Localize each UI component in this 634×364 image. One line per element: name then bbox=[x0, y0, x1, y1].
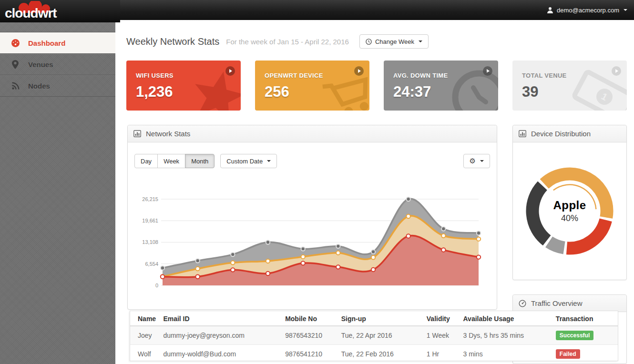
app-window: cloudwrt demo@acmecorp.com bbox=[0, 0, 634, 364]
play-circle-icon[interactable] bbox=[354, 66, 364, 76]
table-cell: 3 Dys, 5 hrs 35 mins bbox=[460, 326, 552, 345]
chevron-down-icon bbox=[480, 160, 484, 162]
stat-card-total-venue: TOTAL VENUE 39 1 bbox=[512, 61, 627, 111]
table-column-header: Name bbox=[130, 311, 159, 326]
traffic-overview-header: Traffic Overview bbox=[513, 295, 626, 312]
donut-chart-wrap: Apple 40% bbox=[513, 142, 626, 280]
table-cell: 9876541210 bbox=[281, 345, 337, 362]
chart-settings-button[interactable]: ⚙ bbox=[463, 154, 490, 168]
table-column-header: Available Usage bbox=[460, 311, 552, 326]
sidebar-item-nodes[interactable]: Nodes bbox=[0, 75, 115, 97]
logo-area: cloudwrt bbox=[0, 0, 120, 22]
table-cell: 1 Week bbox=[423, 326, 460, 345]
user-email: demo@acmecorp.com bbox=[557, 7, 619, 14]
panel-title: Device Distribution bbox=[531, 130, 591, 138]
gear-icon: ⚙ bbox=[470, 158, 476, 165]
sidebar-item-label: Venues bbox=[28, 61, 53, 69]
sidebar-item-label: Dashboard bbox=[28, 39, 65, 47]
range-week-button[interactable]: Week bbox=[157, 154, 185, 168]
svg-text:26,215: 26,215 bbox=[142, 196, 158, 202]
stat-card-label: TOTAL VENUE bbox=[522, 72, 627, 79]
change-week-label: Change Week bbox=[375, 38, 414, 45]
range-toolbar: Day Week Month Custom Date ⚙ bbox=[134, 154, 490, 168]
table-cell: 1 Hr bbox=[423, 345, 460, 362]
table-column-header: Transaction bbox=[552, 311, 618, 326]
table-cell: 9876543210 bbox=[281, 326, 337, 345]
range-day-button[interactable]: Day bbox=[134, 154, 158, 168]
bar-chart-icon bbox=[519, 130, 526, 137]
user-menu[interactable]: demo@acmecorp.com bbox=[547, 0, 627, 20]
stat-card-label: AVG. DOWN TIME bbox=[393, 72, 498, 79]
table-cell: dummy-joey@greyson.com bbox=[159, 326, 281, 345]
table-column-header: Validity bbox=[423, 311, 460, 326]
table-cell: Successful bbox=[552, 326, 618, 345]
svg-text:13,108: 13,108 bbox=[142, 239, 158, 245]
table-cell: Tue, 22 Feb 2016 bbox=[337, 345, 423, 362]
range-button-group: Day Week Month bbox=[134, 154, 215, 168]
table-row[interactable]: Joeydummy-joey@greyson.com9876543210Tue,… bbox=[130, 326, 618, 345]
table-row[interactable]: Wolfdummy-woldf@Bud.com9876541210Tue, 22… bbox=[130, 345, 618, 362]
traffic-table-panel: NameEmail IDMobile NoSign-upValidityAvai… bbox=[130, 311, 618, 361]
panel-title: Network Stats bbox=[146, 130, 190, 138]
custom-date-button[interactable]: Custom Date bbox=[220, 154, 277, 168]
table-column-header: Mobile No bbox=[281, 311, 337, 326]
range-month-button[interactable]: Month bbox=[185, 154, 215, 168]
table-cell: Failed bbox=[552, 345, 618, 362]
custom-date-label: Custom Date bbox=[226, 158, 263, 165]
change-week-button[interactable]: Change Week bbox=[359, 34, 429, 49]
user-icon bbox=[547, 7, 553, 13]
app-logo[interactable]: cloudwrt bbox=[5, 6, 57, 21]
status-badge: Successful bbox=[556, 331, 593, 340]
svg-text:6,554: 6,554 bbox=[145, 261, 158, 267]
sidebar-item-venues[interactable]: Venues bbox=[0, 54, 115, 75]
nodes-icon bbox=[10, 81, 20, 91]
table-cell: dummy-woldf@Bud.com bbox=[159, 345, 281, 362]
table-column-header: Sign-up bbox=[337, 311, 423, 326]
chevron-down-icon bbox=[419, 40, 422, 42]
play-circle-icon[interactable] bbox=[612, 66, 621, 76]
page-title: Weekly Network Stats bbox=[126, 36, 219, 47]
stat-card-wifi-users: WIFI USERS 1,236 bbox=[126, 61, 241, 111]
network-stats-area-chart: 06,55413,10819,66126,215 bbox=[128, 186, 497, 303]
stat-card-openwrt-device: OPENWRT DEVICE 256 bbox=[255, 61, 369, 111]
clock-small-icon bbox=[366, 39, 372, 45]
sidebar-item-label: Nodes bbox=[28, 82, 50, 90]
sidebar-item-dashboard[interactable]: Dashboard bbox=[0, 32, 115, 54]
device-distribution-header: Device Distribution bbox=[513, 125, 626, 142]
table-cell: Joey bbox=[130, 326, 159, 345]
table-cell: Tue, 22 Apr 2016 bbox=[337, 326, 423, 345]
traffic-table: NameEmail IDMobile NoSign-upValidityAvai… bbox=[130, 311, 618, 361]
play-circle-icon[interactable] bbox=[225, 66, 235, 76]
donut-center-text: Apple 40% bbox=[553, 199, 586, 223]
page-subtitle: For the week of Jan 15 - April 22, 2016 bbox=[226, 38, 349, 46]
table-cell: Wolf bbox=[130, 345, 159, 362]
stat-card-value: 39 bbox=[522, 83, 627, 101]
device-distribution-panel: Device Distribution Apple 40% bbox=[512, 125, 627, 280]
map-pin-icon bbox=[10, 60, 20, 70]
top-header: cloudwrt demo@acmecorp.com bbox=[0, 0, 634, 20]
table-column-header: Email ID bbox=[159, 311, 281, 326]
stat-cards-row: WIFI USERS 1,236 OPENWRT DEVICE 256 AVG.… bbox=[126, 61, 627, 111]
table-cell: 3 mins bbox=[460, 345, 552, 362]
play-circle-icon[interactable] bbox=[483, 66, 492, 76]
panel-title: Traffic Overview bbox=[531, 299, 583, 307]
stat-card-label: WIFI USERS bbox=[136, 72, 241, 79]
chevron-down-icon bbox=[267, 160, 271, 162]
network-stats-header: Network Stats bbox=[128, 125, 497, 142]
donut-segment-name: Apple bbox=[553, 199, 586, 212]
gauge-needle-icon bbox=[519, 300, 526, 307]
status-badge: Failed bbox=[556, 349, 580, 359]
page-title-row: Weekly Network Stats For the week of Jan… bbox=[126, 33, 429, 50]
table-header-row: NameEmail IDMobile NoSign-upValidityAvai… bbox=[130, 311, 618, 326]
chevron-down-icon bbox=[624, 9, 627, 11]
svg-text:0: 0 bbox=[155, 283, 158, 288]
svg-text:19,661: 19,661 bbox=[142, 218, 158, 223]
stat-card-label: OPENWRT DEVICE bbox=[265, 72, 369, 79]
stat-card-avg-down-time: AVG. DOWN TIME 24:37 bbox=[384, 61, 498, 111]
bar-chart-icon bbox=[133, 130, 141, 137]
network-stats-panel: Network Stats Day Week Month Custom Date… bbox=[127, 125, 497, 310]
sidebar: Dashboard Venues Nodes bbox=[0, 20, 115, 364]
gauge-icon bbox=[10, 39, 20, 48]
stat-card-value: 24:37 bbox=[393, 83, 498, 101]
stat-card-value: 256 bbox=[265, 83, 369, 101]
